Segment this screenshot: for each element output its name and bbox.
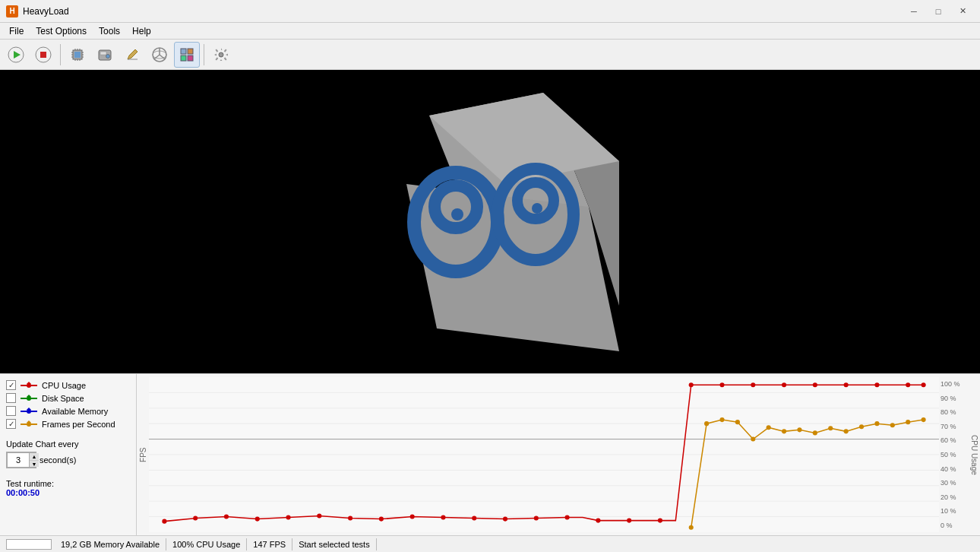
fps-axis-label: FPS xyxy=(137,377,149,532)
svg-point-20 xyxy=(106,54,110,58)
svg-point-95 xyxy=(813,382,817,387)
menu-help[interactable]: Help xyxy=(126,24,157,38)
svg-point-107 xyxy=(797,427,801,432)
update-label: Update Chart every xyxy=(6,439,130,449)
svg-point-42 xyxy=(532,203,542,214)
legend-disk-checkbox[interactable] xyxy=(6,393,16,403)
legend-panel: ✓ CPU Usage Disk Space xyxy=(0,374,137,535)
svg-marker-21 xyxy=(128,49,138,59)
legend-fps-line-icon xyxy=(21,420,37,428)
minimize-button[interactable]: ─ xyxy=(903,4,925,19)
svg-rect-3 xyxy=(40,52,46,58)
write-button[interactable] xyxy=(119,42,145,68)
cpu-label-80: 80 % xyxy=(940,408,956,416)
svg-rect-5 xyxy=(74,52,81,58)
svg-point-84 xyxy=(472,516,476,521)
runtime-section: Test runtime: 00:00:50 xyxy=(6,479,130,497)
menu-file[interactable]: File xyxy=(3,24,30,38)
svg-point-100 xyxy=(689,525,694,530)
svg-marker-48 xyxy=(27,395,31,397)
close-button[interactable]: ✕ xyxy=(951,4,974,19)
legend-memory-checkbox[interactable] xyxy=(6,406,16,416)
cpu-label-100: 100 % xyxy=(940,380,960,388)
disk-button[interactable] xyxy=(92,42,118,68)
interval-down-button[interactable]: ▼ xyxy=(30,460,39,467)
cpu-label-20: 20 % xyxy=(940,493,956,501)
svg-point-98 xyxy=(906,382,910,387)
runtime-value: 00:00:50 xyxy=(6,488,130,497)
legend-memory-label: Available Memory xyxy=(42,407,108,416)
menu-tools[interactable]: Tools xyxy=(93,24,126,38)
svg-point-85 xyxy=(503,517,507,522)
chart-area: FPS 160 140 120 100 80 xyxy=(137,374,980,535)
menu-test-options[interactable]: Test Options xyxy=(30,24,93,38)
cpu-icon xyxy=(69,46,86,63)
window-controls: ─ □ ✕ xyxy=(903,4,974,19)
cpu-button[interactable] xyxy=(65,42,90,68)
svg-marker-54 xyxy=(27,420,31,423)
svg-rect-31 xyxy=(188,56,193,61)
cpu-label-70: 70 % xyxy=(940,423,956,430)
canvas-area xyxy=(0,70,980,373)
svg-rect-28 xyxy=(181,49,186,54)
play-button[interactable] xyxy=(3,42,29,68)
svg-point-110 xyxy=(844,429,849,433)
svg-point-89 xyxy=(627,519,631,523)
legend-fps-label: Frames per Second xyxy=(42,420,115,429)
svg-point-112 xyxy=(874,421,879,426)
stop-icon xyxy=(35,46,52,63)
legend-cpu: ✓ CPU Usage xyxy=(6,380,130,390)
svg-marker-45 xyxy=(27,382,31,384)
svg-point-102 xyxy=(719,417,724,422)
legend-cpu-line-icon xyxy=(21,382,37,389)
legend-cpu-checkbox[interactable]: ✓ xyxy=(6,380,16,390)
svg-point-104 xyxy=(751,437,755,442)
network-icon xyxy=(151,46,168,63)
svg-point-106 xyxy=(782,429,786,433)
svg-point-103 xyxy=(735,420,740,424)
statusbar: 19,2 GB Memory Available 100% CPU Usage … xyxy=(0,535,980,552)
legend-disk: Disk Space xyxy=(6,393,130,403)
cpu-label-50: 50 % xyxy=(940,451,956,458)
legend-fps: ✓ Frames per Second xyxy=(6,419,130,429)
legend-fps-checkbox[interactable]: ✓ xyxy=(6,419,16,429)
svg-point-101 xyxy=(704,421,709,426)
legend-disk-line-icon xyxy=(21,395,37,402)
cpu-status: 100% CPU Usage xyxy=(166,538,247,550)
svg-point-83 xyxy=(441,516,445,520)
menubar: File Test Options Tools Help xyxy=(0,23,980,40)
action-status[interactable]: Start selected tests xyxy=(292,538,377,550)
svg-marker-1 xyxy=(14,51,21,59)
stop-button[interactable] xyxy=(30,42,56,68)
runtime-label: Test runtime: xyxy=(6,479,130,488)
svg-point-74 xyxy=(162,519,166,524)
update-input-row: ▲ ▼ second(s) xyxy=(6,452,130,468)
update-section: Update Chart every ▲ ▼ second(s) xyxy=(6,439,130,468)
svg-point-90 xyxy=(658,519,662,523)
play-icon xyxy=(8,46,24,63)
grid-icon xyxy=(179,46,195,63)
cpu-label-10: 10 % xyxy=(940,507,956,515)
svg-point-79 xyxy=(317,514,321,519)
titlebar: H HeavyLoad ─ □ ✕ xyxy=(0,0,980,23)
svg-point-111 xyxy=(859,424,864,429)
svg-point-109 xyxy=(828,426,833,430)
3d-cube xyxy=(330,70,650,373)
pencil-icon xyxy=(124,46,141,63)
settings-button[interactable] xyxy=(208,42,234,68)
cpu-axis-label: CPU Usage xyxy=(968,377,980,532)
settings-icon xyxy=(213,46,229,63)
svg-point-78 xyxy=(286,516,290,520)
interval-spinner[interactable]: ▲ ▼ xyxy=(6,452,36,468)
fps-status: 147 FPS xyxy=(247,538,292,550)
svg-point-94 xyxy=(782,382,786,387)
network-button[interactable] xyxy=(147,42,172,68)
interval-input[interactable] xyxy=(8,453,29,467)
cpu-axis-labels: 100 % 90 % 80 % 70 % 60 % 50 % 40 % 30 %… xyxy=(939,377,968,532)
maximize-button[interactable]: □ xyxy=(927,4,950,19)
svg-point-76 xyxy=(224,515,229,519)
bottom-panel: ✓ CPU Usage Disk Space xyxy=(0,373,980,535)
interval-up-button[interactable]: ▲ xyxy=(30,453,39,460)
svg-point-77 xyxy=(255,517,260,522)
grid-button[interactable] xyxy=(174,42,200,68)
